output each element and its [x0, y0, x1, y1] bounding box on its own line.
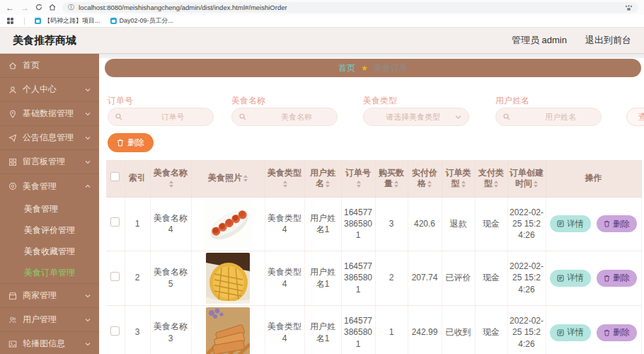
sidebar-item-announcements[interactable]: 公告信息管理 [0, 126, 99, 150]
detail-button[interactable]: 详情 [550, 324, 591, 341]
cell-food-name: 美食名称3 [150, 305, 191, 354]
col-food-name: 美食名称 [150, 160, 191, 197]
pin-icon [8, 110, 17, 118]
sort-icons[interactable] [243, 175, 248, 182]
detail-button[interactable]: 详情 [550, 215, 591, 232]
food-name-field[interactable] [231, 108, 338, 126]
breadcrumb: 首页 ★ 美食订单 [105, 59, 641, 77]
cell-price: 207.74 [408, 251, 442, 305]
cell-food-name: 美食名称5 [150, 251, 191, 305]
address-bar[interactable]: ⓘ localhost:8080/meishishangcheng/admin/… [62, 2, 638, 13]
site-info-icon[interactable]: ⓘ [68, 3, 74, 12]
row-checkbox[interactable] [110, 272, 120, 281]
chevron-down-icon [85, 87, 91, 93]
sidebar-item-base-data[interactable]: 基础数据管理 [0, 102, 99, 126]
cell-index: 3 [125, 305, 150, 354]
extension-icon[interactable] [625, 1, 633, 14]
delete-button[interactable]: 删除 [597, 215, 637, 232]
submenu-item-food[interactable]: 美食管理 [0, 198, 99, 219]
select-all-checkbox[interactable] [110, 172, 120, 181]
chevron-down-icon [85, 135, 91, 141]
sort-icons[interactable] [283, 181, 287, 188]
col-food-type: 美食类型 [265, 160, 304, 197]
home-icon[interactable] [49, 4, 56, 12]
submenu-item-label: 美食订单管理 [24, 267, 75, 279]
search-button[interactable]: 查询 [626, 108, 644, 126]
sort-icons[interactable] [169, 181, 173, 188]
main-content: 首页 ★ 美食订单 订单号 美食名称 美食类型 用户姓名 请选择美食类型 查询 … [99, 54, 644, 354]
table-row: 2 美食名称5 [106, 251, 641, 305]
delete-button[interactable]: 删除 [597, 270, 637, 287]
filter-label-user-name: 用户姓名 [495, 95, 529, 107]
sort-icons[interactable] [357, 181, 361, 188]
trash-icon [604, 275, 610, 282]
calendar-icon [110, 18, 117, 24]
food-type-select[interactable]: 请选择美食类型 [363, 108, 469, 126]
sort-icons[interactable] [394, 181, 398, 188]
logout-link[interactable]: 退出到前台 [585, 34, 631, 47]
submenu-item-label: 美食收藏管理 [24, 246, 75, 258]
sort-icons[interactable] [461, 181, 466, 188]
sidebar-item-user-mgmt[interactable]: 用户管理 [0, 308, 99, 332]
bookmark-label: 【码神之路】项目... [44, 16, 100, 25]
row-checkbox[interactable] [110, 217, 120, 227]
orders-table: 索引 美食名称 美食照片 美食类型 用户姓名 订单号 购买数量 实付价格 订单类… [106, 160, 642, 354]
image-icon [8, 340, 17, 348]
sidebar-item-home[interactable]: 首页 [0, 54, 99, 78]
trash-icon [604, 329, 610, 336]
sidebar-item-message-board[interactable]: 留言板管理 [0, 150, 99, 174]
forward-icon[interactable]: → [21, 4, 29, 12]
order-no-input[interactable] [122, 113, 223, 121]
bulk-delete-button[interactable]: 删除 [108, 133, 154, 152]
apps-grid-icon[interactable] [7, 18, 14, 25]
col-order-no: 订单号 [341, 160, 375, 197]
sort-icons[interactable] [326, 181, 330, 188]
sort-icons[interactable] [534, 181, 538, 188]
detail-button[interactable]: 详情 [550, 270, 591, 287]
food-photo-toast [206, 307, 250, 354]
delete-button[interactable]: 删除 [597, 324, 637, 341]
row-checkbox[interactable] [110, 326, 120, 336]
user-name-field[interactable] [495, 108, 602, 126]
refresh-icon[interactable] [35, 4, 42, 12]
admin-user-link[interactable]: 管理员 admin [512, 34, 567, 47]
cell-pay-type: 现金 [475, 251, 507, 305]
filter-label-food-name: 美食名称 [231, 95, 265, 107]
submenu-item-food-reviews[interactable]: 美食评价管理 [0, 219, 99, 241]
cell-pay-type: 现金 [475, 197, 507, 251]
breadcrumb-current: 美食订单 [374, 62, 408, 74]
cell-food-type: 美食类型4 [265, 251, 304, 305]
send-icon [8, 134, 17, 142]
shop-icon [8, 292, 17, 300]
food-photo-sushi [202, 200, 253, 248]
sidebar-item-merchant-mgmt[interactable]: 商家管理 [0, 284, 99, 308]
bookmark-label: Day02-09-员工分... [120, 16, 174, 25]
grid-icon [8, 158, 17, 166]
cell-food-name: 美食名称4 [150, 197, 191, 251]
app-header: 美食推荐商城 管理员 admin 退出到前台 [0, 28, 644, 54]
cell-qty: 2 [375, 251, 408, 305]
breadcrumb-home-link[interactable]: 首页 [338, 62, 355, 74]
sidebar-item-food-mgmt[interactable]: 美食管理 [0, 174, 99, 198]
url-text[interactable]: localhost:8080/meishishangcheng/admin/di… [79, 4, 287, 11]
sort-icons[interactable] [494, 181, 498, 188]
search-icon [239, 113, 246, 120]
sidebar-item-label: 基础数据管理 [23, 108, 79, 120]
back-icon[interactable]: ← [6, 4, 14, 12]
chevron-up-icon [85, 183, 91, 189]
submenu-item-food-favorites[interactable]: 美食收藏管理 [0, 241, 99, 262]
sort-icons[interactable] [427, 181, 432, 188]
cell-price: 420.6 [408, 197, 442, 251]
food-type-placeholder: 请选择美食类型 [371, 112, 455, 122]
order-no-field[interactable] [108, 108, 214, 126]
sidebar-item-profile[interactable]: 个人中心 [0, 78, 99, 102]
bookmark-item[interactable]: 【码神之路】项目... [35, 16, 100, 25]
cell-index: 2 [125, 251, 150, 305]
bookmark-item[interactable]: Day02-09-员工分... [110, 16, 174, 25]
sidebar-item-carousel[interactable]: 轮播图信息 [0, 332, 99, 354]
user-name-input[interactable] [510, 113, 611, 121]
screen: ← → ⓘ localhost:8080/meishishangcheng/ad… [0, 0, 644, 354]
submenu-item-food-orders[interactable]: 美食订单管理 [0, 262, 99, 283]
food-name-input[interactable] [246, 113, 347, 121]
submenu-item-label: 美食评价管理 [24, 224, 75, 236]
